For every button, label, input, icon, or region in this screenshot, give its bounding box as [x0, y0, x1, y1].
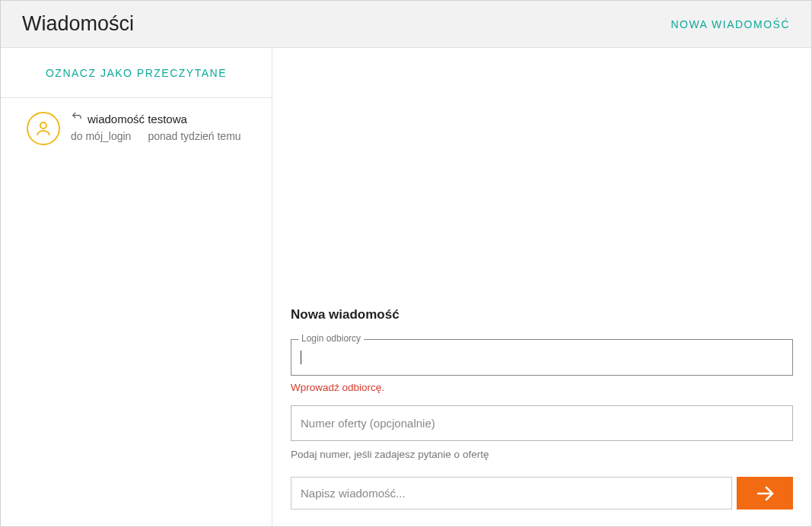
new-message-link[interactable]: NOWA WIADOMOŚĆ [670, 18, 790, 30]
mark-as-read-button[interactable]: OZNACZ JAKO PRZECZYTANE [46, 67, 227, 79]
message-recipient: do mój_login [71, 130, 131, 142]
svg-point-0 [40, 122, 46, 129]
text-cursor [301, 351, 301, 364]
compose-title: Nowa wiadomość [291, 307, 793, 322]
main-panel: Nowa wiadomość Login odbiorcy Wprowadź o… [272, 48, 811, 526]
offer-helper: Podaj numer, jeśli zadajesz pytanie o of… [291, 449, 793, 460]
recipient-error: Wprowadź odbiorcę. [291, 382, 793, 393]
arrow-right-icon [753, 482, 776, 505]
send-button[interactable] [737, 477, 793, 510]
user-icon [34, 119, 53, 138]
recipient-label: Login odbiorcy [298, 333, 364, 344]
message-subject: wiadomość testowa [88, 113, 187, 125]
reply-icon [71, 112, 83, 125]
message-input[interactable] [291, 477, 732, 510]
message-list-item[interactable]: wiadomość testowa do mój_login ponad tyd… [1, 98, 272, 159]
offer-input[interactable] [291, 405, 793, 441]
sidebar: OZNACZ JAKO PRZECZYTANE [1, 48, 272, 526]
app-header: Wiadomości NOWA WIADOMOŚĆ [1, 1, 811, 48]
sidebar-toolbar: OZNACZ JAKO PRZECZYTANE [1, 48, 272, 98]
avatar [27, 112, 60, 145]
recipient-input[interactable] [291, 339, 793, 376]
recipient-field-wrap: Login odbiorcy [291, 339, 793, 376]
message-time: ponad tydzień temu [148, 130, 240, 142]
page-title: Wiadomości [22, 12, 134, 36]
compose-row [291, 477, 793, 510]
message-content: wiadomość testowa do mój_login ponad tyd… [71, 112, 255, 145]
offer-field-wrap [291, 405, 793, 441]
